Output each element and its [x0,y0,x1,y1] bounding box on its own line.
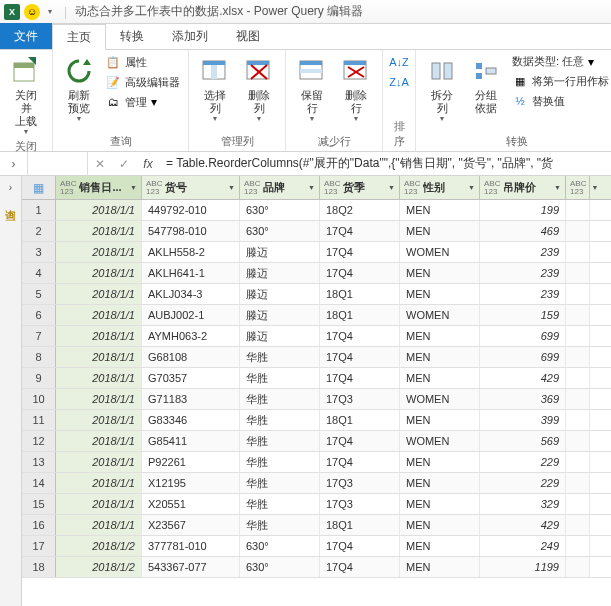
column-header[interactable]: ABC 123货季▼ [320,176,400,199]
table-row[interactable]: 152018/1/1X20551华胜17Q3MEN329 [22,494,611,515]
cell-overflow[interactable] [566,347,590,367]
cell-season[interactable]: 17Q4 [320,431,400,451]
cell-season[interactable]: 17Q4 [320,368,400,388]
cell-gender[interactable]: WOMEN [400,242,480,262]
cell-date[interactable]: 2018/1/1 [56,326,142,346]
expand-queries-icon[interactable]: › [9,182,12,193]
filter-dropdown-icon[interactable]: ▼ [591,184,598,191]
cell-date[interactable]: 2018/1/1 [56,221,142,241]
cell-gender[interactable]: MEN [400,200,480,220]
column-header[interactable]: ABC 123▼ [566,176,590,199]
cell-overflow[interactable] [566,368,590,388]
cell-gender[interactable]: WOMEN [400,305,480,325]
cell-brand[interactable]: 华胜 [240,368,320,388]
cell-date[interactable]: 2018/1/1 [56,389,142,409]
cell-gender[interactable]: MEN [400,263,480,283]
datatype-icon[interactable]: ABC 123 [60,180,76,196]
formula-text[interactable]: = Table.ReorderColumns(#"展开的"Data"",{"销售… [160,155,611,172]
row-number[interactable]: 9 [22,368,56,388]
cell-date[interactable]: 2018/1/1 [56,242,142,262]
tab-transform[interactable]: 转换 [106,23,158,49]
cell-price[interactable]: 329 [480,494,566,514]
row-number[interactable]: 11 [22,410,56,430]
sort-desc-button[interactable]: Z↓A [389,73,409,91]
table-row[interactable]: 162018/1/1X23567华胜18Q1MEN429 [22,515,611,536]
cell-overflow[interactable] [566,389,590,409]
cell-date[interactable]: 2018/1/1 [56,284,142,304]
cell-overflow[interactable] [566,494,590,514]
row-number[interactable]: 7 [22,326,56,346]
qat-dropdown-icon[interactable]: ▾ [44,7,56,16]
row-number[interactable]: 6 [22,305,56,325]
cell-season[interactable]: 17Q4 [320,347,400,367]
cell-overflow[interactable] [566,200,590,220]
cell-code[interactable]: X23567 [142,515,240,535]
cell-code[interactable]: 449792-010 [142,200,240,220]
cell-price[interactable]: 369 [480,389,566,409]
datatype-button[interactable]: 数据类型: 任意 ▾ [510,53,611,70]
cell-code[interactable]: AYMH063-2 [142,326,240,346]
cell-overflow[interactable] [566,452,590,472]
row-number[interactable]: 16 [22,515,56,535]
cell-brand[interactable]: 华胜 [240,389,320,409]
sort-asc-button[interactable]: A↓Z [389,53,409,71]
cell-overflow[interactable] [566,410,590,430]
cell-season[interactable]: 18Q1 [320,305,400,325]
cell-code[interactable]: AKLH641-1 [142,263,240,283]
cell-gender[interactable]: MEN [400,473,480,493]
cell-overflow[interactable] [566,284,590,304]
first-row-header-button[interactable]: ▦ 将第一行用作标 [510,72,611,90]
cell-brand[interactable]: 滕迈 [240,305,320,325]
filter-dropdown-icon[interactable]: ▼ [388,184,395,191]
advanced-editor-button[interactable]: 📝 高级编辑器 [103,73,182,91]
cell-gender[interactable]: MEN [400,452,480,472]
cell-season[interactable]: 17Q4 [320,263,400,283]
cell-overflow[interactable] [566,263,590,283]
cell-price[interactable]: 159 [480,305,566,325]
tab-addcolumn[interactable]: 添加列 [158,23,222,49]
close-apply-button[interactable]: 关闭并 上载 ▼ [6,53,46,137]
cell-gender[interactable]: MEN [400,536,480,556]
table-icon-cell[interactable]: ▦ [22,176,56,199]
cell-overflow[interactable] [566,536,590,556]
cell-overflow[interactable] [566,221,590,241]
table-row[interactable]: 42018/1/1AKLH641-1滕迈17Q4MEN239 [22,263,611,284]
cell-date[interactable]: 2018/1/1 [56,305,142,325]
cell-price[interactable]: 249 [480,536,566,556]
row-number[interactable]: 8 [22,347,56,367]
cell-price[interactable]: 1199 [480,557,566,577]
cell-code[interactable]: 377781-010 [142,536,240,556]
cell-season[interactable]: 17Q3 [320,494,400,514]
formula-name-box[interactable] [28,152,88,176]
cell-brand[interactable]: 滕迈 [240,326,320,346]
datatype-icon[interactable]: ABC 123 [570,180,586,196]
table-row[interactable]: 132018/1/1P92261华胜17Q4MEN229 [22,452,611,473]
cell-overflow[interactable] [566,431,590,451]
refresh-button[interactable]: 刷新 预览 ▼ [59,53,99,132]
cell-code[interactable]: AKLJ034-3 [142,284,240,304]
cell-season[interactable]: 18Q1 [320,410,400,430]
cell-season[interactable]: 17Q4 [320,557,400,577]
column-header[interactable]: ABC 123性别▼ [400,176,480,199]
cell-code[interactable]: AUBJ002-1 [142,305,240,325]
cell-overflow[interactable] [566,557,590,577]
cell-season[interactable]: 18Q2 [320,200,400,220]
cell-gender[interactable]: WOMEN [400,431,480,451]
table-row[interactable]: 112018/1/1G83346华胜18Q1MEN399 [22,410,611,431]
cell-season[interactable]: 17Q4 [320,326,400,346]
row-number[interactable]: 15 [22,494,56,514]
cell-season[interactable]: 18Q1 [320,515,400,535]
split-column-button[interactable]: 拆分 列 ▼ [422,53,462,132]
cell-price[interactable]: 229 [480,473,566,493]
cell-gender[interactable]: MEN [400,221,480,241]
row-number[interactable]: 18 [22,557,56,577]
cell-code[interactable]: 543367-077 [142,557,240,577]
table-row[interactable]: 102018/1/1G71183华胜17Q3WOMEN369 [22,389,611,410]
row-number[interactable]: 14 [22,473,56,493]
filter-dropdown-icon[interactable]: ▼ [554,184,561,191]
row-number[interactable]: 2 [22,221,56,241]
cell-code[interactable]: G85411 [142,431,240,451]
filter-dropdown-icon[interactable]: ▼ [130,184,137,191]
cell-overflow[interactable] [566,242,590,262]
cell-date[interactable]: 2018/1/1 [56,515,142,535]
